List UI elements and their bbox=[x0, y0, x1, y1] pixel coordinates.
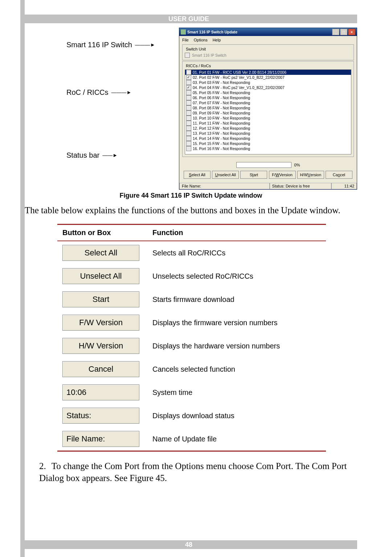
port-text: 03. Port 03 F/W - Not Responding bbox=[193, 80, 250, 85]
port-item[interactable]: 06. Port 06 F/W - Not Responding bbox=[185, 95, 351, 100]
faux-button: H/W Version bbox=[62, 338, 139, 354]
port-checkbox[interactable] bbox=[186, 85, 191, 90]
left-margin-bar bbox=[20, 0, 25, 557]
switch-unit-legend: Switch Unit bbox=[185, 47, 207, 51]
port-item[interactable]: 09. Port 09 F/W - Not Responding bbox=[185, 110, 351, 116]
maximize-button[interactable]: □ bbox=[340, 29, 347, 35]
hw-version-button[interactable]: H/W Version bbox=[297, 171, 324, 179]
fw-version-button[interactable]: F/W Version bbox=[269, 171, 296, 179]
port-item[interactable]: 11. Port 11 F/W - Not Responding bbox=[185, 121, 351, 126]
unselect-all-button[interactable]: Unselect All bbox=[212, 171, 239, 179]
switch-unit-checkbox[interactable] bbox=[185, 53, 190, 58]
port-text: 15. Port 15 F/W - Not Responding bbox=[193, 141, 250, 146]
port-item[interactable]: 12. Port 12 F/W - Not Responding bbox=[185, 126, 351, 131]
port-text: 14. Port 14 F/W - Not Responding bbox=[193, 136, 250, 141]
riccs-legend: RICCs / RoCs bbox=[185, 64, 212, 68]
table-row: StartStarts firmware download bbox=[57, 288, 326, 311]
port-item[interactable]: 05. Port 05 F/W - Not Responding bbox=[185, 90, 351, 95]
port-text: 16. Port 16 F/W - Not Responding bbox=[193, 146, 250, 151]
port-checkbox[interactable] bbox=[186, 116, 191, 121]
port-checkbox[interactable] bbox=[186, 75, 191, 80]
step-text: To change the Com Port from the Options … bbox=[39, 461, 347, 483]
port-text: 09. Port 09 F/W - Not Responding bbox=[193, 110, 250, 116]
port-listbox[interactable]: 01. Port 01 F/W - RICC USB Ver 2.00 B114… bbox=[185, 69, 351, 154]
port-checkbox[interactable] bbox=[186, 90, 191, 95]
label-smart-switch: Smart 116 IP Switch bbox=[66, 40, 132, 50]
start-button[interactable]: Start bbox=[240, 171, 267, 179]
function-cell: System time bbox=[147, 381, 326, 404]
port-checkbox[interactable] bbox=[186, 126, 191, 131]
menu-file[interactable]: File bbox=[182, 38, 189, 42]
function-cell: Unselects selected RoC/RICCs bbox=[147, 265, 326, 288]
cancel-button[interactable]: Cancel bbox=[326, 171, 352, 179]
footer-bar: 48 bbox=[20, 540, 357, 549]
header-bar: USER GUIDE bbox=[20, 15, 357, 23]
port-text: 13. Port 13 F/W - Not Responding bbox=[193, 131, 250, 136]
port-text: 02. Port 02 F/W - RoC ps2 Ver_V1.0_B22_2… bbox=[193, 75, 285, 80]
faux-button: Cancel bbox=[62, 361, 139, 377]
port-checkbox[interactable] bbox=[186, 131, 191, 136]
label-roc-riccs: RoC / RICCs bbox=[66, 88, 109, 97]
port-checkbox[interactable] bbox=[186, 110, 191, 116]
port-item[interactable]: 10. Port 10 F/W - Not Responding bbox=[185, 116, 351, 121]
figure-caption: Figure 44 Smart 116 IP Switch Update win… bbox=[25, 192, 357, 199]
faux-field: File Name: bbox=[62, 431, 139, 447]
faux-button: F/W Version bbox=[62, 315, 139, 331]
faux-button: Unselect All bbox=[62, 268, 139, 284]
port-checkbox[interactable] bbox=[186, 100, 191, 105]
faux-field: 10:06 bbox=[62, 384, 139, 400]
table-row: Select AllSelects all RoC/RICCs bbox=[57, 241, 326, 265]
select-all-button[interactable]: Select All bbox=[184, 171, 211, 179]
port-checkbox[interactable] bbox=[186, 141, 191, 146]
riccs-group: RICCs / RoCs 01. Port 01 F/W - RICC USB … bbox=[182, 61, 354, 157]
port-item[interactable]: 14. Port 14 F/W - Not Responding bbox=[185, 136, 351, 141]
port-item[interactable]: 08. Port 08 F/W - Not Responding bbox=[185, 105, 351, 110]
th-button: Button or Box bbox=[57, 225, 147, 241]
function-cell: Name of Update file bbox=[147, 427, 326, 451]
faux-button: Start bbox=[62, 291, 139, 307]
port-text: 10. Port 10 F/W - Not Responding bbox=[193, 116, 250, 121]
faux-button: Select All bbox=[62, 245, 139, 261]
port-checkbox[interactable] bbox=[186, 121, 191, 126]
arrow-right-icon: ———► bbox=[111, 89, 132, 96]
label-status-bar: Status bar bbox=[66, 150, 99, 160]
arrow-right-icon: ———► bbox=[135, 41, 155, 48]
menu-help[interactable]: Help bbox=[213, 38, 221, 42]
minimize-button[interactable]: _ bbox=[332, 29, 339, 35]
port-checkbox[interactable] bbox=[186, 80, 191, 85]
table-row: Unselect AllUnselects selected RoC/RICCs bbox=[57, 265, 326, 288]
port-text: 08. Port 08 F/W - Not Responding bbox=[193, 105, 250, 110]
port-item[interactable]: 01. Port 01 F/W - RICC USB Ver 2.00 B114… bbox=[185, 70, 351, 75]
button-function-table: Button or Box Function Select AllSelects… bbox=[57, 224, 326, 452]
port-checkbox[interactable] bbox=[186, 105, 191, 110]
status-time: 11:42 bbox=[331, 183, 357, 189]
table-row: File Name:Name of Update file bbox=[57, 427, 326, 451]
port-item[interactable]: 07. Port 07 F/W - Not Responding bbox=[185, 100, 351, 105]
table-row: Status:Displays download status bbox=[57, 404, 326, 427]
step-2: 2. To change the Com Port from the Optio… bbox=[25, 460, 357, 484]
port-checkbox[interactable] bbox=[186, 70, 191, 75]
step-number: 2. bbox=[39, 460, 49, 472]
table-row: H/W VersionDisplays the hardware version… bbox=[57, 334, 326, 358]
port-text: 06. Port 06 F/W - Not Responding bbox=[193, 95, 250, 100]
port-checkbox[interactable] bbox=[186, 136, 191, 141]
function-cell: Displays the hardware version numbers bbox=[147, 334, 326, 358]
port-item[interactable]: 04. Port 04 F/W - RoC ps2 Ver_V1.0_B22_2… bbox=[185, 85, 351, 90]
close-button[interactable]: × bbox=[348, 29, 355, 35]
menu-options[interactable]: Options bbox=[194, 38, 208, 42]
arrow-right-icon: ——► bbox=[102, 152, 118, 159]
menubar: File Options Help bbox=[182, 37, 354, 44]
port-checkbox[interactable] bbox=[186, 95, 191, 100]
port-item[interactable]: 16. Port 16 F/W - Not Responding bbox=[185, 146, 351, 151]
port-item[interactable]: 13. Port 13 F/W - Not Responding bbox=[185, 131, 351, 136]
table-row: 10:06System time bbox=[57, 381, 326, 404]
switch-unit-text: Smart 116 IP Switch bbox=[192, 53, 226, 57]
progress-bar bbox=[236, 162, 291, 168]
titlebar[interactable]: Smart 116 IP Switch Update _ □ × bbox=[179, 28, 357, 36]
app-icon bbox=[181, 29, 186, 35]
port-item[interactable]: 03. Port 03 F/W - Not Responding bbox=[185, 80, 351, 85]
function-cell: Starts firmware download bbox=[147, 288, 326, 311]
port-item[interactable]: 15. Port 15 F/W - Not Responding bbox=[185, 141, 351, 146]
port-checkbox[interactable] bbox=[186, 146, 191, 151]
port-item[interactable]: 02. Port 02 F/W - RoC ps2 Ver_V1.0_B22_2… bbox=[185, 75, 351, 80]
